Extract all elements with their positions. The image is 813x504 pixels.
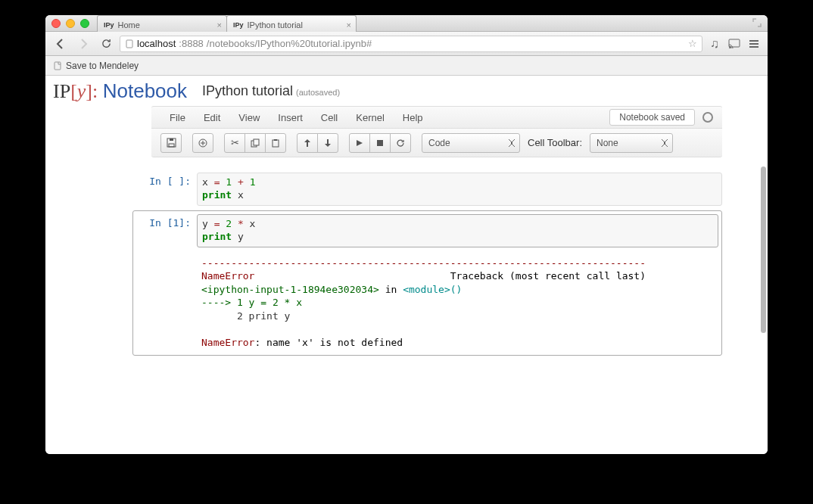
error-output: ----------------------------------------…: [197, 254, 718, 353]
code-cell-selected[interactable]: In [1]: y = 2 * x print y --------------…: [132, 210, 722, 356]
svg-rect-11: [274, 139, 277, 141]
svg-rect-12: [377, 140, 383, 146]
svg-rect-3: [55, 62, 61, 70]
cut-button[interactable]: ✂: [224, 133, 245, 153]
window-titlebar: IPy Home × IPy IPython tutorial ×: [45, 15, 768, 32]
notebook-header: IP[y]: Notebook IPython tutorial (autosa…: [45, 76, 768, 106]
menu-help[interactable]: Help: [394, 107, 432, 128]
ipython-logo[interactable]: IP[y]: Notebook: [53, 79, 187, 103]
tab-favicon: IPy: [104, 21, 114, 29]
kernel-indicator-icon: [702, 112, 713, 123]
tab-close-icon[interactable]: ×: [347, 20, 351, 30]
autosave-status: (autosaved): [296, 88, 340, 97]
svg-point-2: [729, 47, 730, 48]
svg-rect-9: [254, 139, 259, 145]
code-input[interactable]: y = 2 * x print y: [197, 214, 718, 247]
notebook-title[interactable]: IPython tutorial: [202, 83, 293, 98]
run-group: [349, 133, 411, 153]
cell-toolbar-select[interactable]: None: [590, 133, 673, 153]
menu-kernel[interactable]: Kernel: [347, 107, 394, 128]
forward-button[interactable]: [74, 35, 92, 53]
input-prompt: In [ ]:: [136, 173, 197, 206]
cut-copy-paste-group: ✂: [224, 133, 286, 153]
insert-cell-button[interactable]: [192, 133, 213, 153]
traffic-lights: [51, 19, 89, 28]
svg-rect-0: [126, 40, 132, 48]
zoom-window-button[interactable]: [80, 19, 89, 28]
save-button[interactable]: [160, 133, 182, 153]
logo-y: y: [77, 80, 86, 102]
url-port: :8888: [179, 38, 204, 49]
cell-type-select[interactable]: Code: [422, 133, 520, 153]
address-bar[interactable]: localhost:8888/notebooks/IPython%20tutor…: [120, 36, 702, 52]
run-button[interactable]: [349, 133, 370, 153]
menu-file[interactable]: File: [160, 107, 195, 128]
browser-toolbar: localhost:8888/notebooks/IPython%20tutor…: [45, 32, 768, 56]
menu-icon[interactable]: [746, 36, 762, 51]
logo-notebook: Notebook: [103, 79, 187, 102]
url-path: /notebooks/IPython%20tutorial.ipynb#: [207, 38, 372, 49]
paste-button[interactable]: [265, 133, 286, 153]
cell-toolbar-label: Cell Toolbar:: [528, 137, 582, 148]
logo-ip: IP: [53, 80, 70, 102]
output-prompt: [136, 254, 197, 353]
tab-title: Home: [118, 20, 140, 30]
svg-rect-5: [169, 144, 174, 147]
music-icon[interactable]: ♫: [707, 36, 722, 51]
menubar: File Edit View Insert Cell Kernel Help N…: [151, 106, 722, 129]
code-cell[interactable]: In [ ]: x = 1 + 1 print x: [136, 173, 722, 206]
close-window-button[interactable]: [51, 19, 61, 28]
logo-bracket-close: ]:: [86, 80, 98, 102]
svg-rect-1: [729, 39, 740, 47]
tab-strip: IPy Home × IPy IPython tutorial ×: [97, 15, 356, 32]
svg-rect-10: [273, 140, 279, 147]
move-down-button[interactable]: [317, 133, 338, 153]
stop-button[interactable]: [369, 133, 391, 153]
browser-tab-home[interactable]: IPy Home ×: [97, 15, 227, 32]
reload-button[interactable]: [97, 35, 115, 53]
tab-favicon: IPy: [233, 21, 244, 29]
bookmark-star-icon[interactable]: ☆: [688, 38, 697, 49]
notebook-body: In [ ]: x = 1 + 1 print x In [1]: y = 2 …: [45, 157, 768, 375]
bookmark-page-icon: [53, 61, 62, 70]
bookmark-item[interactable]: Save to Mendeley: [66, 61, 139, 71]
url-host: localhost: [137, 38, 176, 49]
menu-view[interactable]: View: [229, 107, 269, 128]
notification-area: Notebook saved: [609, 109, 695, 126]
tab-close-icon[interactable]: ×: [217, 20, 222, 30]
move-cell-group: [297, 133, 338, 153]
fullscreen-icon[interactable]: [752, 18, 762, 27]
bookmarks-bar: Save to Mendeley: [45, 56, 768, 76]
copy-button[interactable]: [245, 133, 266, 153]
cast-icon[interactable]: [727, 36, 742, 51]
logo-bracket-open: [: [70, 80, 77, 102]
menu-cell[interactable]: Cell: [312, 107, 347, 128]
browser-window: IPy Home × IPy IPython tutorial × localh…: [45, 15, 768, 454]
minimize-window-button[interactable]: [66, 19, 75, 28]
menu-edit[interactable]: Edit: [195, 107, 229, 128]
move-up-button[interactable]: [297, 133, 318, 153]
input-prompt: In [1]:: [136, 214, 197, 247]
menu-insert[interactable]: Insert: [269, 107, 312, 128]
svg-rect-6: [170, 138, 173, 141]
scrollbar-thumb[interactable]: [761, 166, 766, 333]
code-input[interactable]: x = 1 + 1 print x: [197, 173, 722, 206]
notebook-toolbar: ✂ Code Cell Toolbar: None: [151, 129, 722, 157]
back-button[interactable]: [51, 35, 70, 53]
browser-tab-tutorial[interactable]: IPy IPython tutorial ×: [226, 15, 357, 32]
page-content: IP[y]: Notebook IPython tutorial (autosa…: [45, 76, 768, 454]
tab-title: IPython tutorial: [248, 20, 303, 30]
page-icon: [125, 39, 134, 48]
restart-button[interactable]: [390, 133, 411, 153]
